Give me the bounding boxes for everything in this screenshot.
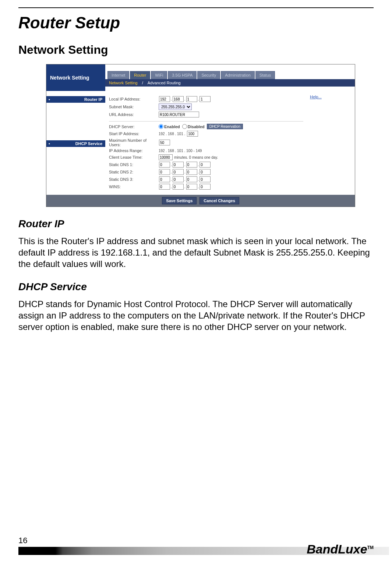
label-dns1: Static DNS 1: bbox=[109, 162, 159, 167]
divider bbox=[109, 121, 303, 122]
lease-suffix: minutes. 0 means one day. bbox=[174, 155, 218, 159]
label-dhcp-server: DHCP Server: bbox=[109, 124, 159, 129]
brand-logo: BandLuxeTM bbox=[307, 542, 374, 556]
subtab-separator: / bbox=[142, 81, 143, 85]
dhcp-enabled-radio[interactable] bbox=[159, 124, 163, 129]
trademark-icon: TM bbox=[367, 545, 374, 550]
dns3-o1[interactable] bbox=[159, 176, 170, 182]
label-max-users: Maximum Number of Users: bbox=[109, 138, 159, 147]
ui-header: Network Setting Internet Router WiFi 3.5… bbox=[46, 64, 355, 91]
dns1-o1[interactable] bbox=[159, 162, 170, 168]
section-label-router-ip: Router IP bbox=[46, 96, 105, 103]
save-settings-button[interactable]: Save Settings bbox=[162, 197, 197, 204]
label-url: URL Address: bbox=[109, 112, 159, 117]
dhcp-reservation-button[interactable]: DHCP Reservation bbox=[207, 124, 243, 129]
router-ip-heading: Router IP bbox=[18, 218, 374, 230]
label-lease-time: Client Lease Time: bbox=[109, 155, 159, 159]
local-ip-octet-3[interactable] bbox=[186, 96, 197, 102]
tab-row: Internet Router WiFi 3.5G HSPA Security … bbox=[105, 64, 355, 79]
start-ip-prefix: 192 . 168 . 101 . bbox=[159, 132, 185, 136]
dns2-o3[interactable] bbox=[186, 169, 197, 175]
top-rule bbox=[18, 7, 374, 8]
ui-center-form: Local IP Address: . . . Subnet Mask: 255… bbox=[105, 91, 307, 195]
dns2-o2[interactable] bbox=[173, 169, 184, 175]
cancel-changes-button[interactable]: Cancel Changes bbox=[199, 197, 239, 204]
tab-status[interactable]: Status bbox=[255, 71, 275, 79]
dhcp-disabled-radio[interactable] bbox=[182, 124, 187, 129]
page-footer: 16 BandLuxeTM bbox=[0, 536, 392, 555]
router-ip-body: This is the Router's IP address and subn… bbox=[18, 235, 374, 270]
dns1-o4[interactable] bbox=[199, 162, 211, 168]
label-enabled: Enabled bbox=[164, 124, 180, 129]
lease-time-input[interactable] bbox=[159, 154, 173, 160]
url-input[interactable] bbox=[159, 112, 199, 117]
label-dns3: Static DNS 3: bbox=[109, 177, 159, 182]
label-wins: WINS: bbox=[109, 184, 159, 189]
dns1-o3[interactable] bbox=[186, 162, 197, 168]
dhcp-heading: DHCP Service bbox=[18, 281, 374, 293]
wins-o1[interactable] bbox=[159, 184, 170, 190]
ip-range-value: 192 . 168 . 101 . 100 - 149 bbox=[159, 149, 202, 153]
subtab-network-setting[interactable]: Network Setting bbox=[109, 81, 138, 85]
tab-administration[interactable]: Administration bbox=[221, 71, 255, 79]
local-ip-octet-1[interactable] bbox=[159, 96, 170, 102]
subnet-select[interactable]: 255.255.255.0 bbox=[159, 103, 192, 110]
wins-o2[interactable] bbox=[173, 184, 184, 190]
label-ip-range: IP Address Range: bbox=[109, 148, 159, 153]
label-subnet: Subnet Mask: bbox=[109, 105, 159, 109]
brand-text: BandLuxe bbox=[307, 542, 367, 556]
subtab-advanced-routing[interactable]: Advanced Routing bbox=[148, 81, 181, 85]
dns3-o2[interactable] bbox=[173, 176, 184, 182]
dot: . bbox=[171, 97, 172, 101]
label-start-ip: Start IP Address: bbox=[109, 131, 159, 136]
tab-internet[interactable]: Internet bbox=[107, 71, 129, 79]
local-ip-octet-4[interactable] bbox=[199, 96, 211, 102]
max-users-input[interactable] bbox=[159, 140, 170, 145]
section-heading: Network Setting bbox=[18, 43, 374, 57]
router-admin-screenshot: Network Setting Internet Router WiFi 3.5… bbox=[46, 64, 355, 207]
tab-wifi[interactable]: WiFi bbox=[151, 71, 167, 79]
section-label-dhcp: DHCP Service bbox=[46, 140, 105, 147]
ui-tabs-area: Internet Router WiFi 3.5G HSPA Security … bbox=[105, 64, 355, 91]
subtab-row: Network Setting / Advanced Routing bbox=[105, 79, 355, 87]
wins-o4[interactable] bbox=[199, 184, 211, 190]
ui-right-column: Help... bbox=[307, 91, 355, 195]
help-link[interactable]: Help... bbox=[310, 95, 322, 99]
wins-o3[interactable] bbox=[186, 184, 197, 190]
label-local-ip: Local IP Address: bbox=[109, 97, 159, 101]
dns3-o3[interactable] bbox=[186, 176, 197, 182]
dot: . bbox=[184, 97, 186, 101]
dns2-o1[interactable] bbox=[159, 169, 170, 175]
dot: . bbox=[198, 97, 199, 101]
dns3-o4[interactable] bbox=[199, 176, 211, 182]
local-ip-octet-2[interactable] bbox=[173, 96, 184, 102]
dns2-o4[interactable] bbox=[199, 169, 211, 175]
ui-left-column: Router IP DHCP Service bbox=[46, 91, 105, 195]
label-dns2: Static DNS 2: bbox=[109, 170, 159, 174]
dhcp-body: DHCP stands for Dynamic Host Control Pro… bbox=[18, 298, 374, 333]
ui-footer: Save Settings Cancel Changes bbox=[46, 195, 355, 207]
tab-router[interactable]: Router bbox=[130, 71, 150, 79]
dns1-o2[interactable] bbox=[173, 162, 184, 168]
ui-body: Router IP DHCP Service Local IP Address:… bbox=[46, 91, 355, 195]
tab-hspa[interactable]: 3.5G HSPA bbox=[168, 71, 197, 79]
ui-side-title: Network Setting bbox=[46, 64, 105, 91]
tab-security[interactable]: Security bbox=[197, 71, 220, 79]
page-title: Router Setup bbox=[18, 14, 374, 32]
start-ip-last[interactable] bbox=[187, 131, 198, 137]
label-disabled: Disabled bbox=[188, 124, 205, 129]
